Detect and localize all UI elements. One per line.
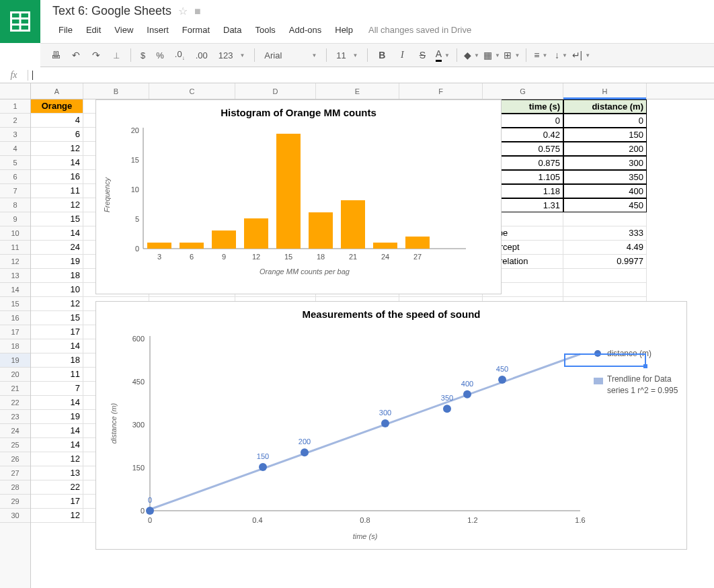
- row-header[interactable]: 21: [0, 382, 30, 396]
- cell[interactable]: 0.9977: [563, 255, 647, 269]
- cell[interactable]: [563, 269, 647, 283]
- borders-button[interactable]: ▦▼: [483, 46, 500, 64]
- cell[interactable]: 14: [31, 438, 83, 452]
- merge-button[interactable]: ⊞▼: [503, 46, 520, 64]
- cell[interactable]: 24: [31, 241, 83, 255]
- cell[interactable]: 17: [31, 495, 83, 509]
- row-header[interactable]: 15: [0, 297, 30, 311]
- wrap-button[interactable]: ↵|▼: [572, 46, 590, 64]
- col-header-D[interactable]: D: [235, 83, 316, 99]
- menu-insert[interactable]: Insert: [141, 22, 175, 38]
- cell[interactable]: 14: [31, 396, 83, 410]
- redo-icon[interactable]: ↷: [87, 46, 105, 64]
- col-header-F[interactable]: F: [399, 83, 483, 99]
- text-color-button[interactable]: A▼: [434, 46, 451, 64]
- menu-addons[interactable]: Add-ons: [283, 22, 327, 38]
- cell[interactable]: 300: [563, 156, 647, 170]
- row-header[interactable]: 6: [0, 170, 30, 184]
- row-header[interactable]: 12: [0, 255, 30, 269]
- cell[interactable]: 0: [563, 114, 647, 128]
- sheets-logo[interactable]: [0, 0, 40, 43]
- currency-button[interactable]: $: [136, 50, 149, 60]
- row-header[interactable]: 29: [0, 495, 30, 509]
- row-header[interactable]: 16: [0, 311, 30, 325]
- row-header[interactable]: 8: [0, 198, 30, 212]
- menu-tools[interactable]: Tools: [249, 22, 281, 38]
- row-header[interactable]: 28: [0, 480, 30, 495]
- italic-button[interactable]: I: [393, 46, 411, 64]
- cell[interactable]: 12: [31, 198, 83, 212]
- row-header[interactable]: 17: [0, 325, 30, 339]
- cell[interactable]: 14: [31, 424, 83, 438]
- cell[interactable]: 12: [31, 297, 83, 311]
- row-header[interactable]: 20: [0, 368, 30, 382]
- number-format-dropdown[interactable]: 123▼: [214, 50, 249, 60]
- select-all-corner[interactable]: [0, 83, 30, 99]
- cell[interactable]: 12: [31, 452, 83, 466]
- cell[interactable]: 19: [31, 410, 83, 424]
- spreadsheet-grid[interactable]: 1234567891011121314151617181920212223242…: [0, 83, 714, 588]
- fill-color-button[interactable]: ◆▼: [463, 46, 480, 64]
- cell[interactable]: 150: [563, 128, 647, 142]
- col-header-A[interactable]: A: [31, 83, 83, 99]
- cell[interactable]: 12: [31, 509, 83, 523]
- cell[interactable]: 200: [563, 142, 647, 156]
- col-header-G[interactable]: G: [483, 83, 563, 99]
- star-icon[interactable]: ☆: [178, 5, 188, 17]
- percent-button[interactable]: %: [152, 50, 168, 60]
- row-header[interactable]: 2: [0, 114, 30, 128]
- paint-format-icon[interactable]: ⟂: [108, 46, 125, 64]
- cell[interactable]: 17: [31, 325, 83, 339]
- row-header[interactable]: 24: [0, 424, 30, 438]
- chart-scatter[interactable]: Measurements of the speed of sound 01503…: [95, 301, 687, 550]
- cell[interactable]: 14: [31, 156, 83, 170]
- formula-input[interactable]: [28, 70, 714, 81]
- row-header[interactable]: 22: [0, 396, 30, 410]
- row-header[interactable]: 25: [0, 438, 30, 452]
- menu-format[interactable]: Format: [176, 22, 216, 38]
- strike-button[interactable]: S: [413, 46, 431, 64]
- cell[interactable]: 4: [31, 114, 83, 128]
- row-header[interactable]: 3: [0, 128, 30, 142]
- row-header[interactable]: 18: [0, 339, 30, 353]
- cell[interactable]: 10: [31, 283, 83, 297]
- row-header[interactable]: 19: [0, 353, 30, 368]
- cell[interactable]: 450: [563, 198, 647, 212]
- row-header[interactable]: 11: [0, 241, 30, 255]
- cell[interactable]: 7: [31, 382, 83, 396]
- cell[interactable]: 4.49: [563, 241, 647, 255]
- cell[interactable]: distance (m): [563, 99, 647, 114]
- row-header[interactable]: 27: [0, 466, 30, 480]
- font-family-dropdown[interactable]: Arial▼: [260, 50, 321, 60]
- chart-histogram[interactable]: Histogram of Orange MM counts 05101520 3…: [95, 99, 502, 294]
- cell[interactable]: 19: [31, 255, 83, 269]
- cell[interactable]: 400: [563, 184, 647, 198]
- row-header[interactable]: 13: [0, 269, 30, 283]
- dec-increase-button[interactable]: .00: [192, 50, 212, 60]
- cell[interactable]: 12: [31, 142, 83, 156]
- row-header[interactable]: 14: [0, 283, 30, 297]
- cell[interactable]: 11: [31, 184, 83, 198]
- col-header-E[interactable]: E: [316, 83, 399, 99]
- cell[interactable]: 16: [31, 170, 83, 184]
- menu-edit[interactable]: Edit: [80, 22, 107, 38]
- cell[interactable]: [563, 283, 647, 297]
- col-header-H[interactable]: H: [563, 83, 647, 99]
- cell[interactable]: 18: [31, 353, 83, 368]
- cell[interactable]: 11: [31, 368, 83, 382]
- row-header[interactable]: 23: [0, 410, 30, 424]
- cell[interactable]: 6: [31, 128, 83, 142]
- col-header-C[interactable]: C: [149, 83, 235, 99]
- undo-icon[interactable]: ↶: [67, 46, 85, 64]
- cell[interactable]: 14: [31, 339, 83, 353]
- cell[interactable]: 22: [31, 480, 83, 495]
- cell[interactable]: 350: [563, 170, 647, 184]
- halign-button[interactable]: ≡▼: [532, 46, 549, 64]
- menu-help[interactable]: Help: [329, 22, 359, 38]
- print-icon[interactable]: 🖶: [47, 46, 65, 64]
- dec-decrease-button[interactable]: .0↓: [171, 49, 189, 61]
- cell[interactable]: 14: [31, 226, 83, 241]
- row-header[interactable]: 7: [0, 184, 30, 198]
- row-header[interactable]: 1: [0, 99, 30, 114]
- menu-view[interactable]: View: [108, 22, 139, 38]
